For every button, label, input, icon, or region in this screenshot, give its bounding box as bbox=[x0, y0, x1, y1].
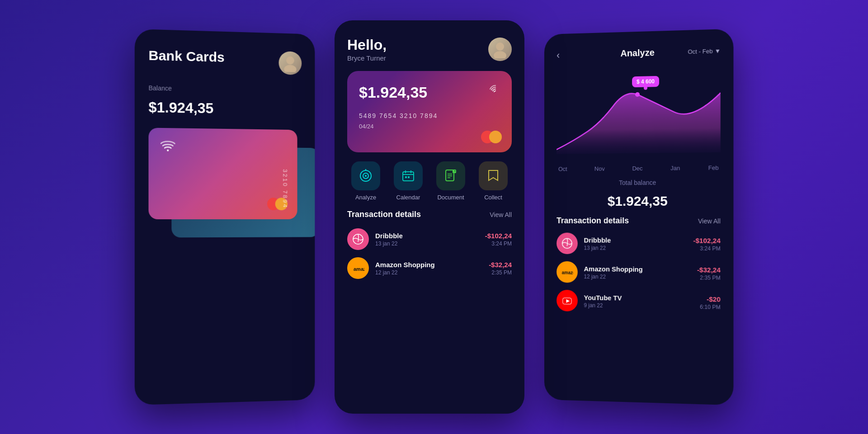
youtube-logo-right bbox=[557, 290, 578, 311]
tx-amazon-time: 2:35 PM bbox=[489, 269, 512, 276]
balance-amount-left: $1.924,35 bbox=[149, 99, 302, 118]
tx-dribbble-info-right: Dribbble 13 jan 22 bbox=[584, 236, 687, 251]
amazon-logo-right: amazon bbox=[557, 261, 578, 283]
bank-cards-title: Bank Cards bbox=[149, 47, 225, 65]
calendar-icon-wrap bbox=[394, 161, 423, 190]
collect-icon-wrap bbox=[479, 161, 508, 190]
dribbble-logo-right bbox=[557, 233, 578, 255]
analyze-icon-wrap bbox=[351, 161, 380, 190]
cards-stack: 3210 7894 bbox=[149, 128, 302, 339]
wifi-icon bbox=[160, 139, 176, 155]
tx-dribbble: Dribbble 13 jan 22 -$102,24 3:24 PM bbox=[347, 228, 512, 250]
document-label: Document bbox=[437, 194, 464, 201]
tx-youtube-info-right: YouTube TV 9 jan 22 bbox=[584, 293, 693, 310]
tx-amazon-date: 12 jan 22 bbox=[375, 269, 482, 276]
tx-amazon-amount: -$32,24 bbox=[489, 261, 512, 269]
action-analyze[interactable]: Analyze bbox=[347, 161, 384, 201]
tx-dribbble-date: 13 jan 22 bbox=[375, 241, 479, 247]
action-document[interactable]: Document bbox=[432, 161, 469, 201]
card-number: 5489 7654 3210 7894 bbox=[359, 112, 500, 119]
collect-label: Collect bbox=[484, 194, 502, 201]
svg-point-2 bbox=[167, 150, 169, 151]
tx-dribbble-name-right: Dribbble bbox=[584, 236, 687, 244]
tx-dribbble-time-right: 3:24 PM bbox=[693, 245, 720, 251]
calendar-label: Calendar bbox=[396, 194, 420, 201]
amazon-logo: amazon bbox=[347, 257, 369, 279]
view-all-right[interactable]: View All bbox=[698, 217, 721, 225]
tx-section-header: Transaction details View All bbox=[347, 210, 512, 219]
month-jan: Jan bbox=[670, 165, 680, 171]
card-number-vertical: 3210 7894 bbox=[282, 169, 288, 209]
tx-dribbble-right: Dribbble 13 jan 22 -$102,24 3:24 PM bbox=[557, 233, 721, 255]
card-expiry: 04/24 bbox=[359, 123, 500, 130]
tx-amazon-name-right: Amazon Shopping bbox=[584, 265, 690, 274]
chart-months: Oct Nov Dec Jan Feb bbox=[557, 164, 721, 172]
svg-rect-13 bbox=[405, 176, 407, 178]
balance-label: Balance bbox=[149, 84, 302, 94]
date-range-label: Oct - Feb bbox=[688, 48, 712, 56]
svg-point-4 bbox=[494, 51, 506, 58]
total-amount: $1.924,35 bbox=[557, 193, 721, 209]
transaction-list-center: Dribbble 13 jan 22 -$102,24 3:24 PM amaz… bbox=[347, 228, 512, 279]
month-feb: Feb bbox=[708, 164, 719, 171]
tx-youtube-date-right: 9 jan 22 bbox=[584, 302, 693, 310]
chart-container: $ 4 600 bbox=[557, 66, 721, 159]
back-button[interactable]: ‹ bbox=[557, 49, 560, 61]
tx-youtube-time-right: 6:10 PM bbox=[700, 303, 721, 310]
tx-youtube-amount-col-right: -$20 6:10 PM bbox=[700, 295, 721, 310]
user-name: Bryce Turner bbox=[347, 54, 387, 62]
document-icon-wrap bbox=[436, 161, 465, 190]
svg-rect-14 bbox=[408, 176, 410, 178]
chart-tooltip: $ 4 600 bbox=[632, 76, 659, 87]
avatar-center bbox=[488, 38, 512, 61]
tx-dribbble-amount: -$102,24 bbox=[485, 232, 512, 240]
transaction-list-right: Dribbble 13 jan 22 -$102,24 3:24 PM amaz… bbox=[557, 233, 721, 314]
svg-point-0 bbox=[286, 56, 294, 64]
center-header: Hello, Bryce Turner bbox=[347, 37, 512, 62]
tx-amazon-info: Amazon Shopping 12 jan 22 bbox=[375, 261, 482, 276]
tx-youtube-name-right: YouTube TV bbox=[584, 293, 693, 302]
tx-amazon-amount-col-right: -$32,24 2:35 PM bbox=[697, 266, 721, 281]
greeting-text: Hello, bbox=[347, 37, 387, 53]
month-nov: Nov bbox=[594, 165, 605, 172]
tx-amazon-name: Amazon Shopping bbox=[375, 261, 482, 269]
date-range-picker[interactable]: Oct - Feb ▼ bbox=[688, 47, 720, 55]
left-header: Bank Cards bbox=[149, 47, 302, 75]
card-main: 3210 7894 bbox=[149, 128, 297, 220]
mastercard-center bbox=[481, 131, 502, 143]
action-collect[interactable]: Collect bbox=[475, 161, 512, 201]
action-calendar[interactable]: Calendar bbox=[390, 161, 427, 201]
tx-amazon-amount-right: -$32,24 bbox=[697, 266, 721, 274]
right-phone: ‹ Analyze Oct - Feb ▼ $ 4 600 Oc bbox=[544, 29, 733, 406]
month-oct: Oct bbox=[558, 165, 567, 172]
analyze-header: ‹ Analyze Oct - Feb ▼ bbox=[557, 46, 721, 61]
dribbble-logo bbox=[347, 228, 369, 250]
analyze-label: Analyze bbox=[355, 194, 376, 201]
svg-point-1 bbox=[284, 65, 296, 72]
svg-point-3 bbox=[496, 42, 504, 51]
tx-dribbble-amount-col-right: -$102,24 3:24 PM bbox=[693, 236, 720, 252]
tx-amazon-right: amazon Amazon Shopping 12 jan 22 -$32,24… bbox=[557, 261, 721, 284]
avatar-left bbox=[279, 51, 302, 75]
tx-amazon-date-right: 12 jan 22 bbox=[584, 273, 690, 280]
tx-amazon-info-right: Amazon Shopping 12 jan 22 bbox=[584, 265, 690, 281]
month-dec: Dec bbox=[632, 165, 642, 172]
svg-point-7 bbox=[365, 175, 367, 177]
tx-section-header-right: Transaction details View All bbox=[557, 216, 721, 226]
tx-amazon: amazon Amazon Shopping 12 jan 22 -$32,24… bbox=[347, 257, 512, 279]
dropdown-icon: ▼ bbox=[715, 47, 721, 55]
tx-dribbble-amount-right: -$102,24 bbox=[693, 236, 720, 244]
svg-text:amazon: amazon bbox=[562, 270, 573, 275]
tx-dribbble-time: 3:24 PM bbox=[485, 241, 512, 247]
tx-dribbble-name: Dribbble bbox=[375, 232, 479, 240]
tx-dribbble-date-right: 13 jan 22 bbox=[584, 245, 687, 251]
tx-dribbble-amount-col: -$102,24 3:24 PM bbox=[485, 232, 512, 247]
tx-section-title-right: Transaction details bbox=[557, 216, 629, 226]
tx-amazon-amount-col: -$32,24 2:35 PM bbox=[489, 261, 512, 276]
tx-amazon-time-right: 2:35 PM bbox=[697, 274, 721, 281]
card-balance-amount: $1.924,35 bbox=[359, 84, 500, 101]
balance-card: $1.924,35 5489 7654 3210 7894 04/24 bbox=[347, 71, 512, 152]
view-all-center[interactable]: View All bbox=[490, 211, 512, 218]
analyze-title: Analyze bbox=[620, 47, 654, 59]
left-phone: Bank Cards Balance $1.924,35 bbox=[135, 29, 315, 405]
